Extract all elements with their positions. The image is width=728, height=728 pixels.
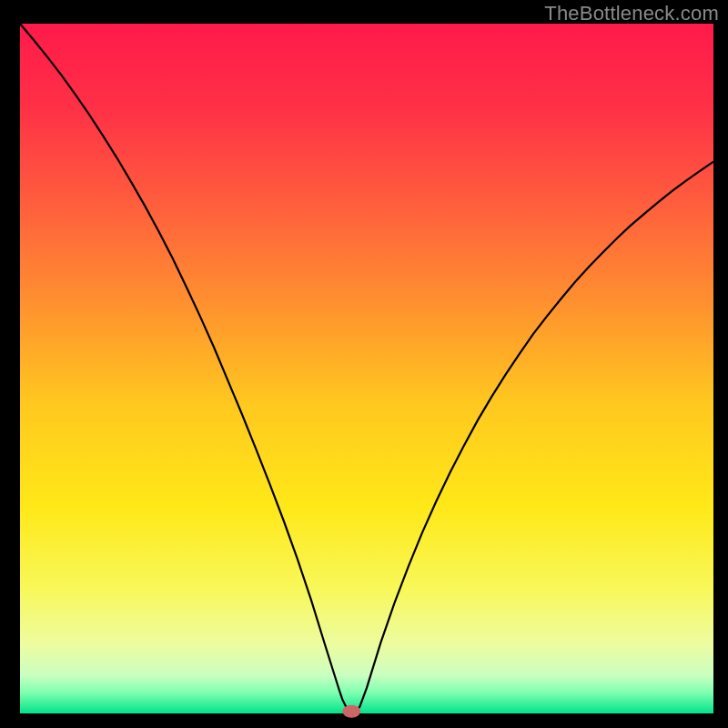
chart-container: TheBottleneck.com (0, 0, 728, 728)
plot-background (20, 24, 713, 713)
bottleneck-chart (0, 0, 728, 728)
optimal-marker (342, 705, 360, 718)
watermark-text: TheBottleneck.com (544, 2, 719, 25)
